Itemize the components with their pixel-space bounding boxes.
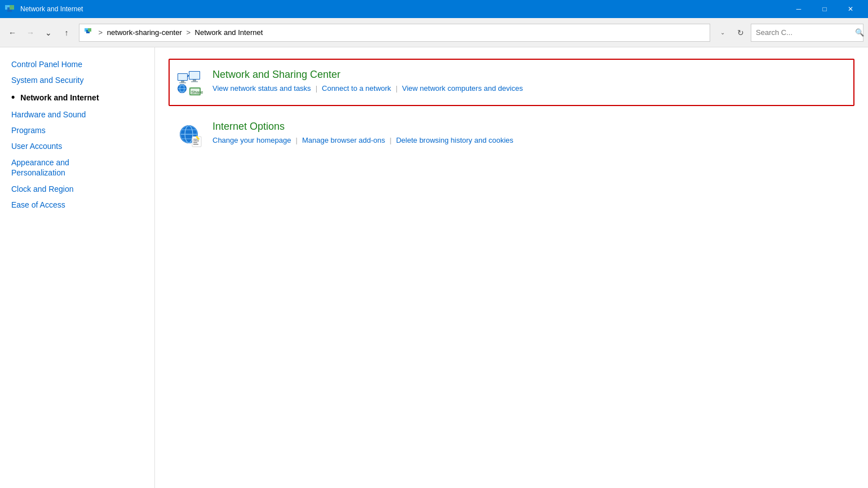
svg-rect-8 <box>181 81 184 82</box>
network-sharing-center-card: Share Network and Sharing Center View ne… <box>169 59 854 106</box>
svg-rect-7 <box>178 74 187 80</box>
internet-options-icon <box>176 121 203 148</box>
path-icon <box>84 27 94 38</box>
path-control-panel[interactable]: network-sharing-center <box>107 28 182 37</box>
minimize-button[interactable]: ─ <box>786 0 812 18</box>
main-layout: Control Panel Home System and Security N… <box>0 47 868 488</box>
svg-rect-9 <box>179 82 186 83</box>
sidebar-item-programs[interactable]: Programs <box>0 122 154 138</box>
sep-4: | <box>389 136 391 144</box>
up-button[interactable]: ↑ <box>59 25 74 41</box>
svg-rect-5 <box>88 28 91 32</box>
svg-rect-35 <box>193 144 198 145</box>
sidebar-item-appearance-personalization[interactable]: Appearance andPersonalization <box>0 154 154 181</box>
sep-1: | <box>316 84 317 93</box>
search-input[interactable] <box>751 28 855 37</box>
path-sep-1: > <box>96 28 105 37</box>
delete-browsing-history-link[interactable]: Delete browsing history and cookies <box>396 136 513 144</box>
window-controls: ─ □ ✕ <box>786 0 863 18</box>
search-button[interactable]: 🔍 <box>855 24 864 41</box>
sidebar-item-ease-of-access[interactable]: Ease of Access <box>0 197 154 213</box>
internet-options-content: Internet Options Change your homepage | … <box>212 121 847 144</box>
back-button[interactable]: ← <box>5 25 20 41</box>
network-sharing-center-icon: Share <box>176 69 203 96</box>
dropdown-recent-button[interactable]: ⌄ <box>41 25 56 41</box>
path-sep-2: > <box>184 28 193 37</box>
sidebar-item-user-accounts[interactable]: User Accounts <box>0 138 154 154</box>
maximize-button[interactable]: □ <box>812 0 838 18</box>
window-icon <box>5 3 16 15</box>
change-homepage-link[interactable]: Change your homepage <box>212 136 291 144</box>
internet-options-card: Internet Options Change your homepage | … <box>169 111 854 158</box>
svg-rect-11 <box>189 72 200 79</box>
svg-text:Share: Share <box>191 90 203 95</box>
title-bar: Network and Internet ─ □ ✕ <box>0 0 868 18</box>
internet-options-title[interactable]: Internet Options <box>212 121 847 133</box>
internet-options-links: Change your homepage | Manage browser ad… <box>212 136 847 144</box>
svg-rect-2 <box>10 5 14 10</box>
address-dropdown-button[interactable]: ⌄ <box>715 24 730 42</box>
svg-rect-13 <box>191 81 198 82</box>
network-sharing-center-title[interactable]: Network and Sharing Center <box>212 69 847 81</box>
address-right-controls: ⌄ ↻ <box>715 24 749 42</box>
search-box: 🔍 <box>751 24 863 42</box>
manage-browser-addons-link[interactable]: Manage browser add-ons <box>302 136 385 144</box>
network-sharing-center-content: Network and Sharing Center View network … <box>212 69 847 93</box>
svg-line-14 <box>188 75 189 77</box>
sidebar-item-control-panel-home[interactable]: Control Panel Home <box>0 56 154 72</box>
svg-rect-12 <box>193 80 196 81</box>
address-path[interactable]: > network-sharing-center > Network and I… <box>79 24 710 42</box>
sep-2: | <box>396 84 397 93</box>
path-network-internet: Network and Internet <box>195 28 263 37</box>
window-title: Network and Internet <box>20 5 786 13</box>
sidebar: Control Panel Home System and Security N… <box>0 47 155 488</box>
view-network-status-link[interactable]: View network status and tasks <box>212 84 311 93</box>
refresh-button[interactable]: ↻ <box>733 24 749 42</box>
svg-rect-33 <box>193 140 199 142</box>
forward-button[interactable]: → <box>23 25 38 41</box>
network-sharing-center-links: View network status and tasks | Connect … <box>212 84 847 93</box>
sidebar-item-clock-and-region[interactable]: Clock and Region <box>0 181 154 197</box>
connect-to-network-link[interactable]: Connect to a network <box>322 84 391 93</box>
sep-3: | <box>296 136 298 144</box>
close-button[interactable]: ✕ <box>838 0 863 18</box>
view-network-computers-link[interactable]: View network computers and devices <box>402 84 522 93</box>
content-area: Share Network and Sharing Center View ne… <box>155 47 868 488</box>
sidebar-item-network-and-internet[interactable]: Network and Internet <box>0 88 154 107</box>
address-bar: ← → ⌄ ↑ > network-sharing-center > Netwo… <box>0 18 868 47</box>
sidebar-item-system-and-security[interactable]: System and Security <box>0 72 154 88</box>
svg-rect-34 <box>193 142 197 143</box>
sidebar-item-hardware-and-sound[interactable]: Hardware and Sound <box>0 107 154 122</box>
